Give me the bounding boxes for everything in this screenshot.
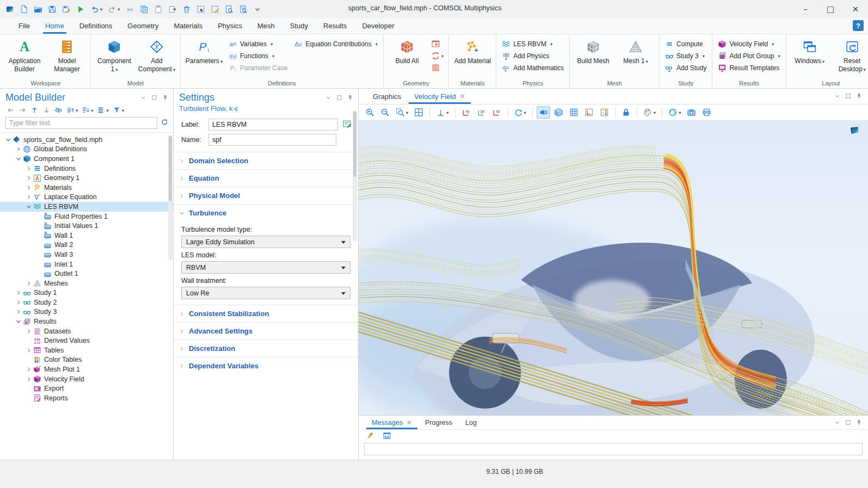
section-turbulence[interactable]: Turbulence [174,204,358,221]
tree-node-results[interactable]: Results [0,317,173,326]
expand-tree-button[interactable]: ▾ [65,106,79,115]
move-up-button[interactable] [29,106,40,115]
tree-expand-icon[interactable] [15,308,22,315]
tree-node-geometry-1[interactable]: Geometry 1 [0,173,173,183]
tree-node-tables[interactable]: Tables [0,345,173,355]
tree-node-inlet-1[interactable]: Inlet 1 [0,260,173,269]
tree-node-laplace-equation[interactable]: *Laplace Equation [0,193,173,202]
view-xy-button[interactable]: xy [459,106,473,119]
environment-button[interactable]: ▾ [666,106,683,119]
name-input[interactable] [208,134,336,146]
save-button[interactable] [46,3,59,15]
panel-menu-icon[interactable] [140,94,147,101]
comsol-logo-button[interactable] [3,3,16,15]
tree-expand-icon[interactable] [15,299,22,306]
panel-float-icon[interactable] [151,94,158,101]
tab-velocity-field[interactable]: Velocity Field✕ [408,89,472,104]
rename-label-icon[interactable] [342,119,352,130]
lock-axes-button[interactable] [619,106,633,119]
qat-overflow-button[interactable] [251,3,264,15]
snapshot-button[interactable] [685,106,698,119]
dropdown-turbulence-model-type[interactable]: Large Eddy Simulation [181,236,350,248]
tree-scrollbar[interactable] [169,136,172,201]
ribbon-button-les-rbvm[interactable]: LES RBVM▾ [500,38,566,50]
ribbon-button-build-all[interactable]: Build All [387,36,427,65]
panel-pin-icon[interactable] [162,94,169,101]
panel-float-icon[interactable] [336,94,343,101]
menu-tab-study[interactable]: Study [282,18,316,34]
close-button[interactable]: ✕ [843,0,868,18]
tree-node-wall-3[interactable]: Wall 3 [0,250,173,260]
ribbon-button-add-mathematics[interactable]: ΔuAdd Mathematics [500,62,566,73]
ribbon-button-component-1[interactable]: Component 1▾ [94,36,134,73]
nav-forward-button[interactable] [17,106,28,115]
dropdown-les-model[interactable]: RBVM [181,261,350,274]
tree-expand-icon[interactable] [25,194,33,200]
settings-scrollbar[interactable] [353,112,356,177]
ribbon-button-application-builder[interactable]: AApplication Builder [4,36,45,73]
tree-expand-icon[interactable] [15,156,22,162]
ribbon-button-windows[interactable]: Windows▾ [790,36,830,65]
rotate-view-button[interactable]: ▾ [512,106,528,119]
section-equation[interactable]: Equation [174,169,358,187]
panel-menu-icon[interactable] [834,419,841,426]
tab-messages[interactable]: Messages✕ [365,416,418,429]
menu-tab-physics[interactable]: Physics [210,18,250,34]
panel-menu-icon[interactable] [834,92,841,100]
duplicate-button[interactable] [166,3,179,15]
tree-node-reports[interactable]: Reports [0,393,173,403]
ribbon-button-variables[interactable]: a=Variables▾ [226,38,290,50]
message-window-button[interactable] [380,430,393,442]
show-grid-button[interactable] [567,106,581,119]
model-tree-filter-button[interactable]: ▾ [112,106,125,115]
menu-tab-materials[interactable]: Materials [166,18,210,34]
tree-node-global-definitions[interactable]: Global Definitions [0,145,173,155]
section-domain-selection[interactable]: Domain Selection [174,152,358,169]
ribbon-button-add-component[interactable]: Add Component▾ [137,36,177,73]
find-button[interactable] [223,3,236,15]
appearance-button[interactable]: ▾ [641,106,658,119]
import-geometry-button[interactable] [429,38,445,50]
panel-menu-icon[interactable] [325,94,332,101]
maximize-button[interactable]: □ [818,0,843,18]
tree-node-study-2[interactable]: Study 2 [0,298,173,307]
tree-expand-icon[interactable] [4,137,12,143]
menu-tab-results[interactable]: Results [316,18,354,34]
show-color-legend-button[interactable] [598,106,611,119]
collapse-tree-button[interactable]: ▾ [81,106,94,115]
tree-node-fluid-properties-1[interactable]: DFluid Properties 1 [0,212,173,221]
panel-float-icon[interactable] [845,419,852,426]
tab-close-icon[interactable]: ✕ [407,419,412,427]
dropdown-wall-treatment[interactable]: Low Re [181,287,350,299]
panel-pin-icon[interactable] [855,419,863,426]
partition-button[interactable] [429,62,445,73]
ribbon-button-compute[interactable]: Compute [663,38,709,50]
section-advanced-settings[interactable]: Advanced Settings [174,322,358,339]
delete-button[interactable] [180,3,193,15]
tree-node-wall-2[interactable]: Wall 2 [0,240,173,250]
panel-pin-icon[interactable] [347,94,354,101]
deselect-box-button[interactable] [208,3,221,15]
tree-expand-icon[interactable] [25,328,33,335]
menu-tab-file[interactable]: File [11,18,38,34]
section-consistent-stabilization[interactable]: Consistent Stabilization [174,305,358,322]
tab-log[interactable]: Log [459,416,483,429]
ribbon-button-build-mesh[interactable]: Build Mesh [573,36,613,65]
ribbon-button-study-3[interactable]: Study 3▾ [663,50,709,61]
tree-node-color-tables[interactable]: Color Tables [0,355,173,365]
tree-expand-icon[interactable] [25,280,33,287]
tree-node-derived-values[interactable]: 8.85e-12Derived Values [0,336,173,345]
tree-node-materials[interactable]: Materials [0,183,173,193]
scene-light-button[interactable] [537,106,550,119]
tree-expand-icon[interactable] [15,289,22,296]
redo-button[interactable]: ▾ [106,3,122,15]
ribbon-button-parameters[interactable]: PiParameters▾ [184,36,224,65]
new-file-button[interactable] [17,3,30,15]
tree-node-velocity-field[interactable]: Velocity Field [0,374,173,384]
show-button[interactable] [53,106,64,115]
show-axes-button[interactable] [582,106,596,119]
rebuild-button[interactable]: ▾ [429,50,445,61]
print-button[interactable] [700,106,713,119]
tree-node-mesh-plot-1[interactable]: *Mesh Plot 1 [0,365,173,374]
menu-tab-geometry[interactable]: Geometry [120,18,166,34]
